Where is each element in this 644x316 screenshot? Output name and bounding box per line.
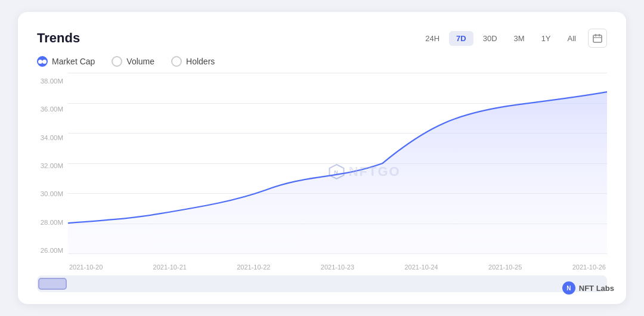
time-btn-30d[interactable]: 30D [476, 31, 504, 46]
x-label-0: 2021-10-20 [69, 264, 103, 271]
y-label-5: 28.00M [41, 219, 63, 226]
badge-label: NFT Labs [579, 284, 614, 293]
y-label-4: 30.00M [41, 190, 63, 197]
chart-inner: N NFTGO 2021-10-20 2021-10-21 2021-10-22… [68, 73, 607, 271]
x-label-3: 2021-10-23 [321, 264, 354, 271]
page-title: Trends [37, 30, 80, 46]
legend-market-cap-label: Market Cap [52, 57, 95, 66]
legend-row: Market Cap Volume Holders [37, 56, 607, 67]
trends-card: Trends 24H 7D 30D 3M 1Y All Market Cap [18, 12, 626, 304]
nft-labs-badge: N NFT Labs [562, 281, 614, 295]
time-filter-group: 24H 7D 30D 3M 1Y All [418, 29, 607, 48]
calendar-button[interactable] [588, 29, 607, 48]
legend-volume-label: Volume [126, 57, 154, 66]
chart-svg [68, 73, 607, 254]
time-btn-24h[interactable]: 24H [418, 31, 447, 46]
time-btn-1y[interactable]: 1Y [534, 31, 558, 46]
y-axis: 38.00M 36.00M 34.00M 32.00M 30.00M 28.00… [37, 73, 68, 271]
radio-market-cap [37, 56, 48, 67]
chart-area: 38.00M 36.00M 34.00M 32.00M 30.00M 28.00… [37, 73, 607, 271]
legend-holders-label: Holders [186, 57, 215, 66]
chart-area-fill [68, 92, 607, 254]
y-label-0: 38.00M [41, 78, 63, 85]
x-label-5: 2021-10-25 [488, 264, 522, 271]
header-row: Trends 24H 7D 30D 3M 1Y All [37, 29, 607, 48]
x-label-4: 2021-10-24 [404, 264, 438, 271]
scrollbar-area[interactable] [37, 275, 607, 292]
legend-market-cap[interactable]: Market Cap [37, 56, 95, 67]
x-axis: 2021-10-20 2021-10-21 2021-10-22 2021-10… [68, 264, 607, 271]
badge-icon: N [562, 281, 575, 295]
y-label-6: 26.00M [41, 247, 63, 254]
calendar-icon [593, 33, 602, 43]
time-btn-7d[interactable]: 7D [449, 31, 473, 46]
y-label-1: 36.00M [41, 106, 63, 113]
x-label-1: 2021-10-21 [153, 264, 187, 271]
x-label-6: 2021-10-26 [572, 264, 606, 271]
time-btn-all[interactable]: All [561, 31, 583, 46]
y-label-3: 32.00M [41, 162, 63, 169]
svg-rect-0 [593, 35, 602, 42]
x-label-2: 2021-10-22 [237, 264, 270, 271]
radio-volume [112, 56, 122, 67]
radio-holders [171, 56, 182, 67]
legend-volume[interactable]: Volume [112, 56, 154, 67]
scrollbar-handle[interactable] [38, 278, 67, 290]
y-label-2: 34.00M [41, 134, 63, 141]
time-btn-3m[interactable]: 3M [507, 31, 532, 46]
legend-holders[interactable]: Holders [171, 56, 215, 67]
